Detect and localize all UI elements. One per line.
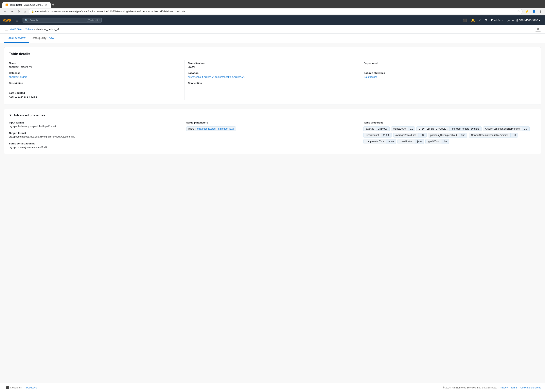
classification-label: Classification [188,62,354,65]
column-statistics-label: Column statistics [364,72,530,74]
aws-search-container: 🔍 [Option+S] [23,18,102,23]
breadcrumb-separator-2: › [34,28,35,31]
table-property-tag: recordCount 11000 [364,133,391,138]
last-updated-value: April 9, 2024 at 14:52:52 [9,95,178,98]
serde-param-key: paths [188,127,194,130]
prop-tag-key: typeOfData [426,139,442,144]
aws-notifications-button[interactable]: 🔔 [469,17,476,23]
browser-tab-active[interactable]: G Table Detail - AWS Glue Cons... ✕ [2,2,51,8]
tab-table-overview[interactable]: Table overview [4,34,29,43]
privacy-link[interactable]: Privacy [500,386,508,389]
aws-settings-button[interactable]: ⚙ [483,17,489,23]
address-bar[interactable]: 🔒 eu-central-1.console.aws.amazon.com/gl… [29,9,522,14]
advanced-properties-card: ▼ Advanced properties Input format org.a… [4,109,541,154]
advanced-arrow-icon: ▼ [9,114,12,117]
description-value: - [9,85,178,88]
column-statistics-link[interactable]: No statistics [364,75,377,78]
aws-cloudshell-button[interactable]: ⬛ [461,17,469,23]
tab-new-badge: - new [46,36,54,40]
serde-params-title: Serde parameters [186,121,359,124]
aws-support-button[interactable]: ? [477,17,482,23]
name-value: checkout_orders_v1 [9,65,178,68]
serde-lib-label: Serde serialization lib [9,142,181,145]
browser-menu-button[interactable]: ⋮ [538,9,543,14]
tab-data-quality[interactable]: Data quality - new [29,34,57,43]
aws-header: aws ⊞ 🔍 [Option+S] ⬛ 🔔 ? ⚙ Frankfurt ▾ j… [0,15,545,25]
table-property-tag: classification json [397,139,424,144]
location-label: Location [188,72,354,74]
footer-left: ⬛ CloudShell Feedback [4,385,37,390]
profile-button[interactable]: 👤 [531,9,537,14]
breadcrumb-service-link[interactable]: AWS Glue [10,28,22,31]
table-property-tag: objectCount 11 [391,127,415,131]
cloudshell-icon: ⬛ [6,386,9,389]
browser-toolbar: ← → ↻ ⌂ 🔒 eu-central-1.console.aws.amazo… [0,8,545,15]
cloudshell-label: CloudShell [10,386,22,389]
location-value-link[interactable]: s3://checkout-orders-v1/topics/checkout.… [188,75,245,78]
prop-tag-value: none [386,139,396,144]
prop-tag-value: 1564000 [376,127,389,131]
output-format-value: org.apache.hadoop.hive.ql.io.HiveIgnoreK… [9,135,181,138]
deprecated-label: Deprecated [364,62,530,65]
user-dropdown-icon: ▾ [539,19,540,22]
feedback-link[interactable]: Feedback [26,386,37,389]
terms-link[interactable]: Terms [511,386,517,389]
table-details-col2: Classification JSON Location s3://checko… [185,60,360,100]
advanced-properties-grid: Input format org.apache.hadoop.mapred.Te… [9,121,536,149]
prop-tag-value: file [442,139,449,144]
table-property-tag: CrawlerSchemaDeserializerVersion 1.0 [469,133,518,138]
cloudshell-button[interactable]: ⬛ CloudShell [4,385,23,390]
database-value-link[interactable]: checkout-orders [9,75,27,78]
aws-user-menu[interactable]: jochen @ 5281-1513-9298 ▾ [506,18,542,23]
glue-settings-button[interactable]: ⚙ [535,27,541,32]
aws-services-menu-button[interactable]: ⊞ [15,17,19,23]
table-properties-list: sizeKey 1564000 objectCount 11 UPDATED_B… [364,127,536,144]
serde-param-sep: | [195,127,196,130]
home-button[interactable]: ⌂ [23,9,27,14]
lock-icon: 🔒 [31,10,34,13]
footer-copyright: © 2024, Amazon Web Services, Inc. or its… [443,386,497,389]
bookmark-icon[interactable]: ☆ [517,10,520,13]
table-property-tag: UPDATED_BY_CRAWLER checkout_orders_javal… [416,127,481,131]
table-property-tag: compressionType none [364,139,396,144]
prop-tag-value: json [415,139,424,144]
table-properties-col: Table properties sizeKey 1564000 objectC… [364,121,536,149]
table-property-tag: partition_filtering.enabled true [428,133,467,138]
prop-tag-key: objectCount [391,127,408,131]
tab-close-button[interactable]: ✕ [45,3,48,6]
address-text: eu-central-1.console.aws.amazon.com/glue… [35,10,516,13]
advanced-properties-toggle[interactable]: ▼ Advanced properties [9,114,536,117]
connection-value: - [188,85,354,88]
main-content: Table overview Data quality - new Table … [0,34,545,390]
extensions-button[interactable]: ⚡ [524,9,530,14]
breadcrumb: AWS Glue › Tables › checkout_orders_v1 [10,28,59,31]
refresh-button[interactable]: ↻ [16,9,21,14]
prop-tag-value: 11000 [381,133,391,137]
breadcrumb-tables-link[interactable]: Tables [25,28,33,31]
search-shortcut: [Option+S] [87,18,99,22]
description-label: Description [9,82,178,84]
table-details-col3: Deprecated - Column statistics No statis… [360,60,536,100]
serde-lib-value: org.openx.data.jsonserde.JsonSerDe [9,146,181,149]
prop-tag-key: CrawlerSchemaDeserializerVersion [469,133,510,137]
name-label: Name [9,62,178,65]
glue-nav-toggle[interactable]: ☰ [4,26,9,32]
output-format-label: Output format [9,132,181,135]
forward-button[interactable]: → [9,9,15,14]
cookie-preferences-link[interactable]: Cookie preferences [520,386,541,389]
table-details-title: Table details [9,52,536,56]
aws-search-input[interactable] [30,19,86,22]
breadcrumb-current: checkout_orders_v1 [36,28,59,31]
classification-value: JSON [188,65,354,68]
prop-tag-key: UPDATED_BY_CRAWLER [417,127,449,131]
tab-title: Table Detail - AWS Glue Cons... [10,4,43,6]
new-tab-button[interactable]: + [51,2,56,8]
prop-tag-value: true [459,133,467,137]
aws-region-selector[interactable]: Frankfurt ▾ [490,18,505,23]
prop-tag-key: averageRecordSize [394,133,418,137]
prop-tag-value: 142 [418,133,426,137]
serde-param-value: customer_id,order_id,product_id,ts [197,127,234,130]
table-property-tag: typeOfData file [425,139,449,144]
input-format-label: Input format [9,121,181,124]
back-button[interactable]: ← [2,9,7,14]
